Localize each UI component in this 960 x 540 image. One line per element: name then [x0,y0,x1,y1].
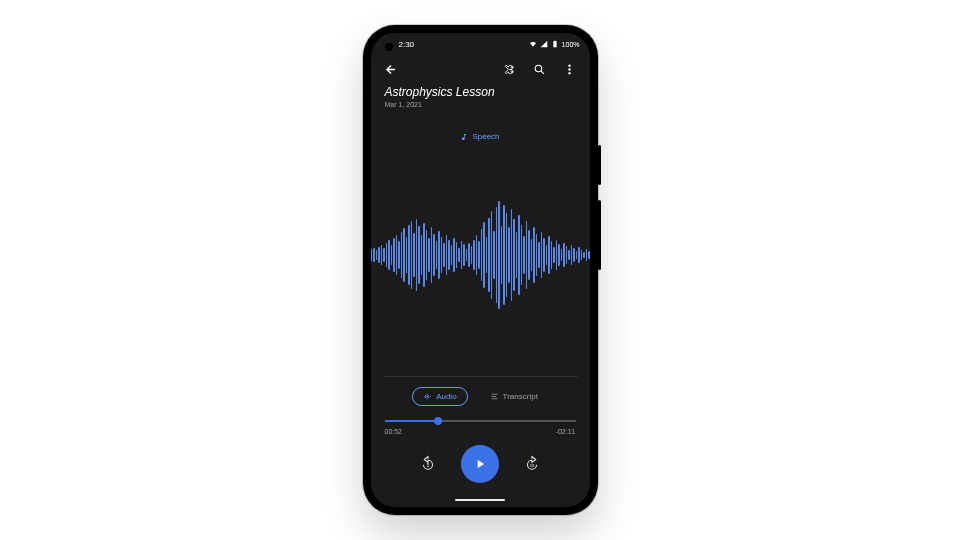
trim-button[interactable] [500,59,520,79]
play-button[interactable] [461,445,499,483]
status-right: 100% [529,40,580,48]
status-bar: 2:30 100% [371,33,590,55]
svg-point-1 [569,64,571,66]
elapsed-time: 00:52 [385,428,403,435]
search-icon [533,63,546,76]
phone-frame: 2:30 100% Astrophysics L [363,25,598,515]
recording-date: Mar 1, 2021 [385,101,576,108]
forward-10-button[interactable]: 10 [521,453,543,475]
recording-title: Astrophysics Lesson [385,85,576,99]
svg-point-0 [535,65,542,72]
scissors-icon [503,63,516,76]
tab-audio[interactable]: Audio [412,387,467,406]
battery-icon [551,40,559,48]
more-vert-icon [563,63,576,76]
progress-zone: 00:52 -02:11 [371,414,590,435]
time-labels: 00:52 -02:11 [385,428,576,435]
battery-text: 100% [562,41,580,48]
speech-chip[interactable]: Speech [460,132,499,141]
transcript-icon [490,392,499,401]
svg-text:10: 10 [530,463,535,468]
replay-icon: 5 [419,455,437,473]
svg-point-2 [569,68,571,70]
title-block: Astrophysics Lesson Mar 1, 2021 [371,83,590,114]
view-tabs: Audio Transcript [371,377,590,414]
signal-icon [540,40,548,48]
toolbar [371,55,590,83]
svg-text:5: 5 [427,463,430,468]
remaining-time: -02:11 [556,428,576,435]
overflow-button[interactable] [560,59,580,79]
speech-chip-label: Speech [472,132,499,141]
search-button[interactable] [530,59,550,79]
tab-transcript[interactable]: Transcript [480,387,548,406]
screen: 2:30 100% Astrophysics L [371,33,590,507]
status-time: 2:30 [399,40,415,49]
progress-head[interactable] [434,417,442,425]
svg-point-3 [569,72,571,74]
forward-icon: 10 [523,455,541,473]
back-button[interactable] [381,59,401,79]
waveform[interactable] [371,141,590,376]
progress-fill [385,420,438,422]
progress-track[interactable] [385,420,576,422]
music-note-icon [460,133,468,141]
rewind-5-button[interactable]: 5 [417,453,439,475]
audio-wave-icon [423,392,432,401]
camera-hole [385,43,393,51]
gesture-bar[interactable] [371,499,590,507]
tab-transcript-label: Transcript [503,392,538,401]
wifi-icon [529,40,537,48]
playback-controls: 5 10 [371,435,590,499]
tab-audio-label: Audio [436,392,456,401]
play-icon [473,457,487,471]
arrow-left-icon [384,63,397,76]
